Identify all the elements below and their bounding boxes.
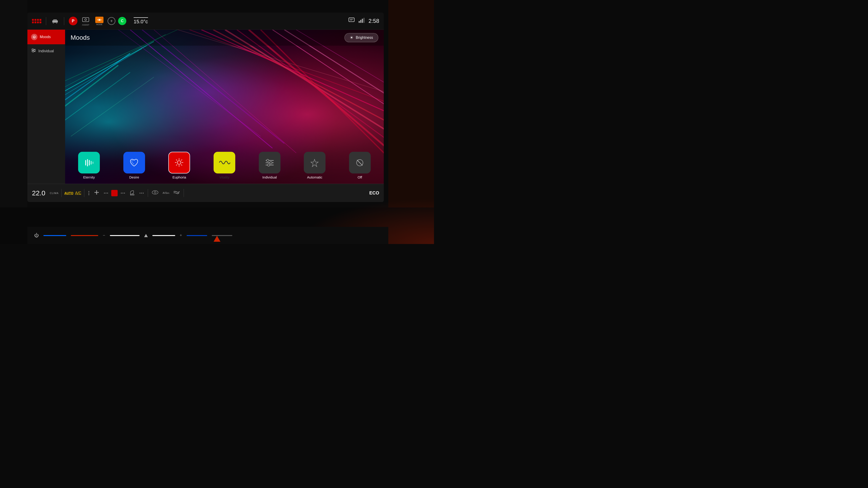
svg-point-7 — [99, 19, 100, 21]
climate-bar: 22.0 CLIMA AUTO A/C — [27, 184, 384, 202]
mood-card-automatic[interactable]: Automatic — [293, 152, 337, 179]
nav-letter: C — [121, 19, 124, 23]
mood-card-off[interactable]: Off — [338, 152, 381, 179]
svg-point-23 — [32, 51, 34, 52]
top-bar-left: P ASSIST MODE — [32, 16, 348, 26]
individual-icon-bg — [259, 152, 280, 173]
add-button[interactable]: + — [107, 17, 115, 25]
slider-blue-left[interactable] — [43, 235, 66, 236]
brightness-label: Brightness — [355, 36, 373, 40]
menu-dots-3[interactable] — [120, 192, 126, 194]
ac-label[interactable]: A/C — [75, 191, 81, 195]
main-content: Moods ☀ Brightness Eternit — [65, 30, 384, 184]
seat-heat-icon[interactable] — [128, 189, 136, 197]
svg-point-2 — [53, 22, 54, 24]
chat-icon[interactable] — [348, 18, 355, 25]
slider-white[interactable] — [110, 235, 140, 236]
individual-label: Individual — [262, 175, 277, 179]
svg-rect-8 — [349, 18, 354, 22]
mode-button[interactable]: MODE — [94, 17, 105, 26]
svg-rect-4 — [83, 18, 89, 22]
parking-icon[interactable]: P — [69, 17, 78, 25]
moods-sidebar-label: Moods — [40, 35, 51, 39]
temperature-value: 15.0°c — [134, 19, 148, 25]
sidebar-item-individual[interactable]: Individual — [27, 44, 65, 58]
color-control-button[interactable] — [111, 190, 118, 196]
automatic-icon-bg — [304, 152, 326, 173]
eternity-label: Eternity — [83, 175, 95, 179]
slider-plus[interactable]: + — [180, 233, 182, 238]
eternity-icon-bg — [78, 152, 100, 173]
slider-red[interactable] — [71, 235, 98, 236]
individual-sidebar-label: Individual — [38, 49, 54, 53]
clim-sep4 — [184, 189, 184, 197]
desire-label: Desire — [129, 175, 139, 179]
mood-cards-container: Eternity Desire — [67, 152, 381, 179]
nav-button[interactable]: C — [118, 17, 126, 25]
automatic-label: Automatic — [307, 175, 322, 179]
svg-rect-11 — [359, 21, 360, 23]
svg-point-22 — [34, 50, 35, 51]
top-bar: P ASSIST MODE — [27, 12, 384, 30]
eco-label: ECO — [369, 190, 379, 196]
slider-white2[interactable] — [152, 235, 175, 236]
svg-line-62 — [181, 160, 182, 160]
main-header: Moods ☀ Brightness — [65, 30, 384, 46]
euphoria-label: Euphoria — [173, 175, 186, 179]
svg-line-63 — [176, 165, 177, 165]
off-icon-bg — [349, 152, 371, 173]
slider-minus[interactable]: − — [103, 233, 105, 238]
mood-card-individual[interactable]: Individual — [248, 152, 291, 179]
desire-icon-bg — [123, 152, 145, 173]
svg-rect-1 — [53, 20, 57, 21]
sidebar-item-moods[interactable]: Moods — [27, 30, 65, 44]
svg-line-61 — [181, 165, 182, 165]
fan-icon[interactable] — [93, 189, 101, 197]
svg-rect-51 — [87, 159, 88, 166]
grid-menu-icon[interactable] — [32, 19, 41, 23]
mood-card-vitality[interactable]: Vitality — [203, 152, 246, 179]
drive-icon[interactable] — [151, 190, 159, 196]
svg-point-67 — [267, 159, 269, 162]
svg-rect-54 — [93, 162, 93, 164]
volume-triangle-icon — [144, 234, 148, 237]
svg-point-69 — [268, 164, 270, 166]
temp-display: 22.0 — [32, 189, 48, 197]
wind-icon[interactable] — [172, 190, 181, 196]
menu-dots-1[interactable] — [87, 191, 91, 196]
temperature-display: 15.0°c — [134, 18, 148, 25]
off-label: Off — [358, 175, 362, 179]
brightness-button[interactable]: ☀ Brightness — [344, 33, 378, 42]
power-icon[interactable]: ⏻ — [34, 233, 39, 238]
svg-text:MAX: MAX — [166, 192, 169, 194]
svg-rect-13 — [362, 19, 363, 23]
svg-rect-14 — [364, 18, 365, 23]
svg-line-60 — [176, 160, 177, 160]
mood-card-eternity[interactable]: Eternity — [67, 152, 111, 179]
slider-blue2[interactable] — [187, 235, 207, 236]
svg-point-5 — [85, 19, 87, 21]
svg-rect-53 — [91, 161, 92, 165]
svg-point-3 — [56, 22, 57, 24]
page-title: Moods — [70, 34, 344, 41]
menu-dots-4[interactable] — [138, 192, 145, 194]
assist-button[interactable]: ASSIST — [80, 16, 91, 26]
svg-point-16 — [34, 36, 34, 37]
time-display: 2:58 — [368, 18, 379, 24]
menu-dots-2[interactable] — [102, 192, 110, 194]
car-icon[interactable] — [51, 17, 59, 25]
auto-label[interactable]: AUTO — [64, 191, 73, 195]
parking-label: P — [72, 19, 74, 24]
controls-bar: ⏻ − + — [27, 227, 388, 244]
ac-max-icon[interactable]: A/C MAX — [161, 189, 170, 197]
clim-sep1 — [61, 189, 62, 197]
svg-rect-12 — [360, 20, 361, 23]
clima-label: CLIMA — [50, 192, 59, 194]
main-screen: P ASSIST MODE — [27, 12, 384, 202]
svg-point-55 — [177, 161, 181, 164]
svg-rect-50 — [85, 160, 86, 165]
individual-sidebar-icon — [31, 48, 36, 54]
mood-card-desire[interactable]: Desire — [113, 152, 156, 179]
warning-triangle-icon — [214, 236, 220, 242]
mood-card-euphoria[interactable]: Euphoria — [158, 152, 201, 179]
